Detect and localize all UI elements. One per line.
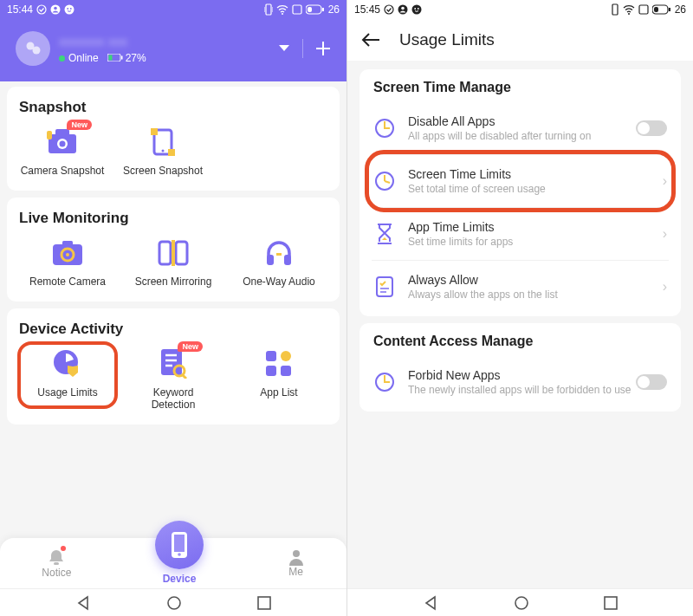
- clock-shield-icon: [53, 349, 82, 379]
- snapshot-section: Snapshot New Camera Snapshot Screen Snap…: [7, 87, 340, 191]
- user-circle-icon: [50, 4, 61, 15]
- disable-all-apps-toggle[interactable]: [636, 120, 667, 136]
- svg-rect-53: [174, 535, 185, 552]
- svg-point-56: [168, 597, 180, 609]
- bottom-nav: Notice Device Me: [0, 538, 346, 588]
- home-nav-icon[interactable]: [166, 595, 182, 611]
- tool-label: Remote Camera: [29, 276, 106, 288]
- svg-point-58: [385, 5, 393, 14]
- hourglass-icon: [375, 223, 394, 245]
- svg-rect-25: [47, 131, 52, 139]
- content-access-manage-card: Content Access Manage Forbid New Apps Th…: [359, 323, 681, 412]
- recent-nav-icon[interactable]: [604, 596, 618, 610]
- tool-label: One-Way Audio: [243, 276, 315, 288]
- back-nav-icon[interactable]: [423, 595, 438, 611]
- svg-rect-82: [384, 381, 390, 383]
- status-time: 15:44: [7, 3, 33, 16]
- app-list-button[interactable]: App List: [236, 347, 322, 411]
- wifi-icon: [276, 4, 288, 15]
- one-way-audio-button[interactable]: One-Way Audio: [236, 236, 322, 288]
- option-subtitle: Always allow the apps on the list: [408, 289, 663, 301]
- camera-snapshot-button[interactable]: New Camera Snapshot: [19, 125, 106, 177]
- svg-rect-13: [322, 8, 324, 11]
- device-battery: 27%: [107, 52, 146, 64]
- svg-rect-68: [654, 7, 658, 12]
- new-badge: New: [67, 120, 92, 130]
- remote-camera-button[interactable]: Remote Camera: [24, 236, 111, 288]
- svg-point-2: [54, 7, 57, 10]
- forbid-new-apps-row[interactable]: Forbid New Apps The newly installed apps…: [372, 356, 669, 408]
- usage-limits-button[interactable]: Usage Limits: [24, 347, 111, 411]
- camera-icon: [47, 129, 78, 155]
- device-activity-section: Device Activity Usage Limits New Keyword…: [7, 308, 340, 425]
- section-title: Screen Time Manage: [372, 80, 669, 95]
- new-badge: New: [178, 341, 203, 352]
- recent-nav-icon[interactable]: [257, 596, 271, 610]
- option-subtitle: All apps will be disabled after turning …: [408, 130, 636, 142]
- tool-label: Keyword Detection: [130, 386, 217, 411]
- option-subtitle: The newly installed apps will be forbidd…: [408, 384, 636, 396]
- live-monitoring-section: Live Monitoring Remote Camera Screen Mir…: [7, 198, 340, 302]
- status-battery: 26: [328, 3, 340, 16]
- chevron-right-icon: ›: [663, 173, 667, 189]
- keyword-detection-button[interactable]: New Keyword Detection: [130, 347, 217, 411]
- tool-label: Camera Snapshot: [21, 165, 105, 177]
- option-title: Screen Time Limits: [408, 167, 663, 181]
- always-allow-row[interactable]: Always Allow Always allow the apps on th…: [372, 261, 669, 313]
- android-nav-bar: [347, 588, 693, 616]
- page-title: Usage Limits: [399, 30, 495, 49]
- nav-label: Notice: [42, 567, 71, 579]
- person-icon: [288, 548, 305, 566]
- wifi-icon: [623, 4, 635, 15]
- home-nav-icon[interactable]: [514, 595, 529, 611]
- back-nav-icon[interactable]: [75, 595, 91, 611]
- vibrate-icon: [264, 3, 273, 16]
- tool-label: App List: [260, 386, 297, 399]
- smiley-icon: [411, 4, 422, 15]
- svg-point-5: [70, 8, 72, 10]
- avatar-icon: [22, 37, 44, 60]
- svg-point-23: [60, 141, 66, 147]
- dropdown-icon[interactable]: [278, 44, 290, 53]
- svg-rect-69: [669, 8, 670, 11]
- svg-point-54: [178, 553, 181, 556]
- svg-point-9: [282, 13, 283, 15]
- section-title: Live Monitoring: [19, 210, 327, 227]
- chevron-right-icon: ›: [663, 226, 667, 242]
- back-arrow-icon[interactable]: [361, 32, 380, 48]
- username: xxxxxxx xxx: [59, 34, 278, 49]
- svg-point-62: [414, 8, 416, 10]
- svg-rect-33: [62, 241, 73, 246]
- sim-icon: [638, 4, 649, 15]
- svg-rect-64: [612, 4, 618, 15]
- disable-clock-icon: [374, 118, 395, 139]
- svg-point-55: [293, 550, 300, 557]
- check-circle-icon: [384, 4, 394, 15]
- screen-time-manage-card: Screen Time Manage Disable All Apps All …: [359, 69, 681, 316]
- svg-line-46: [183, 375, 186, 379]
- svg-point-0: [37, 5, 46, 14]
- screen-time-limits-row[interactable]: Screen Time Limits Set total time of scr…: [372, 155, 669, 208]
- svg-point-48: [281, 351, 291, 361]
- nav-me[interactable]: Me: [288, 548, 305, 578]
- section-title: Snapshot: [19, 99, 327, 116]
- tool-label: Screen Mirroring: [135, 276, 212, 288]
- remote-camera-icon: [53, 241, 82, 265]
- screen-mirroring-button[interactable]: Screen Mirroring: [130, 236, 217, 288]
- forbid-new-apps-toggle[interactable]: [636, 374, 667, 390]
- mirror-icon: [158, 240, 189, 266]
- svg-point-15: [33, 47, 41, 55]
- screen-snapshot-button[interactable]: Screen Snapshot: [120, 125, 206, 177]
- chevron-right-icon: ›: [663, 279, 667, 295]
- disable-all-apps-row[interactable]: Disable All Apps All apps will be disabl…: [372, 102, 669, 155]
- nav-device[interactable]: Device: [155, 541, 204, 585]
- nav-notice[interactable]: Notice: [42, 548, 71, 579]
- option-title: Forbid New Apps: [408, 368, 636, 382]
- app-time-limits-row[interactable]: App Time Limits Set time limits for apps…: [372, 208, 669, 261]
- svg-point-4: [67, 8, 68, 10]
- avatar[interactable]: [16, 31, 50, 66]
- svg-rect-66: [639, 5, 648, 14]
- svg-rect-28: [168, 149, 175, 156]
- plus-icon[interactable]: [315, 41, 331, 56]
- phone-icon: [170, 532, 189, 558]
